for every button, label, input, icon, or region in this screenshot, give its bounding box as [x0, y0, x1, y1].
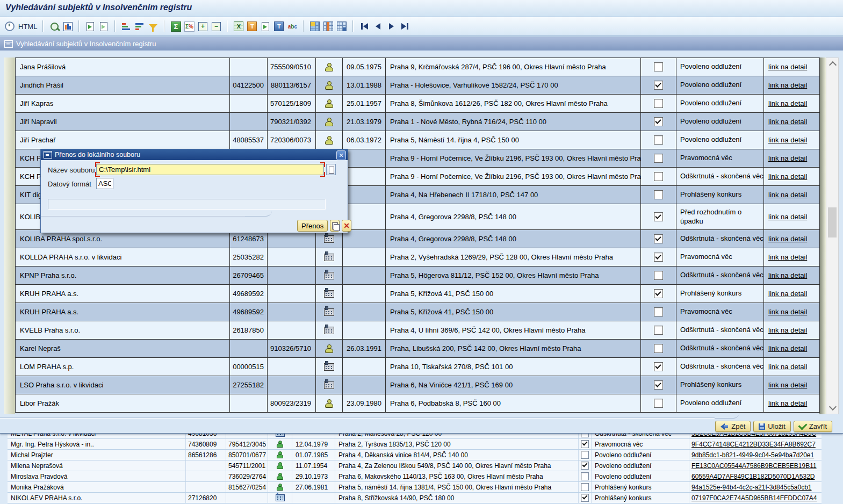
- copy-button[interactable]: [98, 21, 109, 32]
- row-checkbox[interactable]: [654, 154, 663, 163]
- checkbox-cell[interactable]: [641, 95, 676, 113]
- row-checkbox[interactable]: [654, 271, 663, 280]
- detail-hash-link[interactable]: FE13C0AC05544A7586B9BCEB5EB19B11: [691, 462, 817, 470]
- link-na-detail[interactable]: link na detail: [768, 253, 807, 261]
- nav-first-button[interactable]: [359, 21, 370, 32]
- checkbox-cell[interactable]: [579, 471, 592, 481]
- link-na-detail[interactable]: link na detail: [768, 271, 807, 279]
- checkbox-cell[interactable]: [641, 131, 676, 149]
- row-checkbox[interactable]: [654, 81, 663, 90]
- row-checkbox[interactable]: [654, 172, 663, 181]
- sort-descending-button[interactable]: [134, 21, 145, 32]
- close-button[interactable]: Zavřít: [794, 421, 832, 432]
- link-na-detail[interactable]: link na detail: [768, 326, 807, 334]
- row-checkbox[interactable]: [654, 344, 663, 353]
- row-checkbox[interactable]: [654, 289, 663, 298]
- link-na-detail[interactable]: link na detail: [768, 363, 807, 371]
- row-checkbox[interactable]: [654, 362, 663, 371]
- detail-hash-link[interactable]: 9F4CC74148CE4212BD33E34FA8B692C7: [691, 441, 816, 448]
- link-na-detail[interactable]: link na detail: [768, 81, 807, 89]
- expand-button[interactable]: +: [197, 21, 208, 32]
- data-selection-button[interactable]: T: [273, 21, 284, 32]
- checkbox-cell[interactable]: [641, 376, 676, 394]
- table-row[interactable]: Jindřich Prášil04122500880113/615713.01.…: [16, 76, 820, 95]
- checkbox-cell[interactable]: [641, 285, 676, 303]
- link-na-detail[interactable]: link na detail: [768, 213, 807, 221]
- checkbox-cell[interactable]: [579, 450, 592, 460]
- subtotal-button[interactable]: Σ%: [184, 21, 194, 32]
- row-checkbox[interactable]: [654, 190, 663, 199]
- abc-analysis-button[interactable]: abc: [287, 21, 298, 32]
- format-input[interactable]: [96, 178, 113, 189]
- nav-last-button[interactable]: [399, 21, 410, 32]
- link-na-detail[interactable]: link na detail: [768, 381, 807, 389]
- link-na-detail[interactable]: link na detail: [768, 154, 807, 162]
- row-checkbox[interactable]: [581, 494, 589, 502]
- link-na-detail[interactable]: link na detail: [768, 118, 807, 126]
- filter-button[interactable]: [148, 21, 158, 32]
- table-row[interactable]: Jiří Kapras570125/180925.01.1957Praha 8,…: [16, 95, 820, 113]
- checkbox-cell[interactable]: [641, 267, 676, 285]
- check-entries-button[interactable]: [85, 21, 96, 32]
- table-row[interactable]: Mgr. Ing. Petra Hýsková - in..7436080979…: [8, 439, 822, 450]
- row-checkbox[interactable]: [581, 472, 589, 480]
- detail-hash-link[interactable]: 07197F0CA2E74A5D965BB14FFDDC07A4: [691, 494, 817, 502]
- row-checkbox[interactable]: [654, 99, 663, 108]
- checkbox-cell[interactable]: [641, 321, 676, 340]
- checkbox-cell[interactable]: [641, 303, 676, 321]
- checkbox-cell[interactable]: [641, 76, 676, 95]
- word-processing-button[interactable]: T: [247, 21, 257, 32]
- link-na-detail[interactable]: link na detail: [768, 136, 807, 144]
- checkbox-cell[interactable]: [641, 340, 676, 358]
- table-row[interactable]: Michal Prajzler86561286850701/067701.07.…: [8, 450, 822, 460]
- link-na-detail[interactable]: link na detail: [768, 399, 807, 407]
- checkbox-cell[interactable]: [579, 439, 592, 449]
- link-na-detail[interactable]: link na detail: [768, 290, 807, 298]
- checkbox-cell[interactable]: [641, 58, 676, 76]
- save-button[interactable]: Uložit: [753, 421, 791, 432]
- details-button[interactable]: [62, 21, 73, 32]
- row-checkbox[interactable]: [654, 253, 663, 262]
- row-checkbox[interactable]: [654, 212, 663, 221]
- row-checkbox[interactable]: [654, 117, 663, 126]
- table-row[interactable]: Milena Neprašová545711/200111.07.1954Pra…: [8, 460, 822, 471]
- row-checkbox[interactable]: [581, 451, 589, 459]
- nav-next-button[interactable]: [386, 21, 397, 32]
- checkbox-cell[interactable]: [641, 186, 676, 204]
- checkbox-cell[interactable]: [579, 460, 592, 471]
- checkbox-cell[interactable]: [641, 204, 676, 230]
- row-checkbox[interactable]: [581, 462, 589, 470]
- link-na-detail[interactable]: link na detail: [768, 344, 807, 352]
- detail-hash-link[interactable]: 94a1525e-94b4-4c2c-a21f-3d845c5a0cb1: [691, 484, 812, 491]
- row-checkbox[interactable]: [654, 62, 663, 71]
- excel-export-button[interactable]: X: [233, 21, 244, 32]
- table-row[interactable]: Monika Pražáková815627/025427.06.1981Pra…: [8, 482, 822, 493]
- table-row[interactable]: KOLLDA PRAHA s.r.o. v likvidaci25035282P…: [16, 248, 820, 267]
- link-na-detail[interactable]: link na detail: [768, 99, 807, 107]
- link-na-detail[interactable]: link na detail: [768, 235, 807, 243]
- checkbox-cell[interactable]: [641, 168, 676, 186]
- table-row[interactable]: Karel Nepraš910326/571026.03.1991Praha, …: [16, 340, 820, 358]
- table-row[interactable]: KPNP Praha s.r.o.26709465Praha 5, Högero…: [16, 267, 820, 285]
- scrollbar-thumb[interactable]: [828, 207, 837, 237]
- local-file-export-button[interactable]: [260, 21, 271, 32]
- table-row[interactable]: Jana Prášilová755509/051009.05.1975Praha…: [16, 58, 820, 76]
- sum-button[interactable]: Σ: [170, 21, 181, 32]
- row-checkbox[interactable]: [581, 483, 589, 491]
- save-layout-button[interactable]: [336, 21, 347, 32]
- row-checkbox[interactable]: [654, 326, 663, 335]
- checkbox-cell[interactable]: [641, 113, 676, 131]
- table-row[interactable]: KRUH PRAHA a.s.49689592Praha 5, Křížová …: [16, 303, 820, 321]
- row-checkbox[interactable]: [654, 399, 663, 408]
- nav-previous-button[interactable]: [372, 21, 383, 32]
- file-browse-button[interactable]: [326, 164, 336, 175]
- table-row[interactable]: LSO Praha s.r.o. v likvidaci27255182Prah…: [16, 376, 820, 394]
- link-na-detail[interactable]: link na detail: [768, 191, 807, 199]
- html-export-label[interactable]: HTML: [18, 23, 37, 31]
- checkbox-cell[interactable]: [641, 230, 676, 248]
- row-checkbox[interactable]: [654, 135, 663, 145]
- table-row[interactable]: NIKOLAEV PRAHA s.r.o.27126820Praha 8, St…: [8, 493, 822, 503]
- dialog-title-bar[interactable]: Přenos do lokálního souboru: [41, 149, 348, 160]
- vertical-scrollbar[interactable]: [826, 57, 839, 414]
- filename-input[interactable]: [96, 164, 324, 175]
